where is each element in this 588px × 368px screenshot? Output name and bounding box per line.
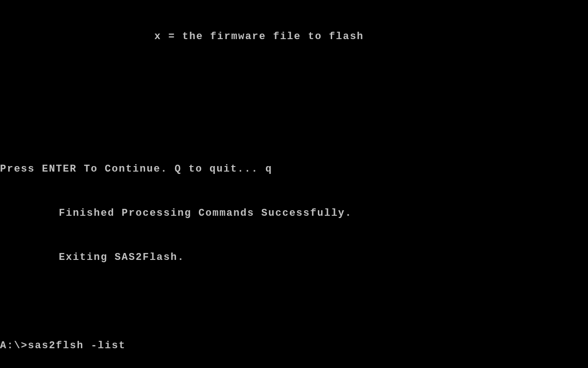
blank-line — [0, 294, 588, 309]
blank-line — [0, 118, 588, 132]
command-prompt-line: A:\>sas2flsh -list — [0, 339, 588, 353]
terminal-output[interactable]: x = the firmware file to flash Press ENT… — [0, 0, 588, 368]
msg-exiting-line: Exiting SAS2Flash. — [0, 250, 588, 265]
header-hint-line: x = the firmware file to flash — [0, 29, 588, 44]
msg-finished-line: Finished Processing Commands Successfull… — [0, 206, 588, 221]
prompt-continue-line: Press ENTER To Continue. Q to quit... q — [0, 162, 588, 177]
blank-line — [0, 74, 588, 88]
